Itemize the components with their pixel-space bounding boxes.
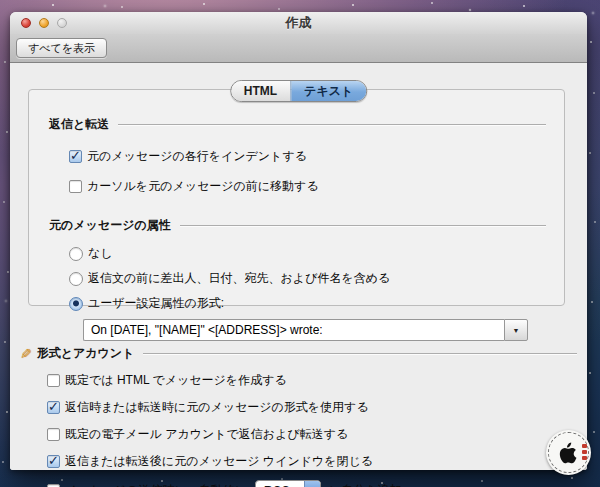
checkbox-label: 既定では HTML でメッセージを作成する	[65, 372, 287, 389]
section-title-format-accounts: 形式とアカウント	[37, 345, 135, 362]
section-title-reply-forward: 返信と転送	[49, 116, 109, 133]
radio-custom-attribution-format[interactable]	[69, 297, 83, 311]
popup-selected-value: BCC	[256, 484, 304, 487]
zoom-button[interactable]	[57, 18, 67, 28]
checkbox-use-original-format-reply-forward[interactable]: ✓	[47, 401, 60, 414]
up-down-arrows-icon: ▲▼	[304, 481, 320, 487]
checkbox-close-original-window[interactable]: ✓	[47, 455, 60, 468]
compose-pencil-icon: ✎	[20, 346, 32, 362]
checkbox-label: 返信または転送後に元のメッセージ ウインドウを閉じる	[65, 453, 373, 470]
checkbox-indent-original-message[interactable]: ✓	[69, 150, 82, 163]
window-title: 作成	[10, 12, 587, 34]
content-area: HTML テキスト 返信と転送 ✓ 元のメッセージの各行をインデントする カーソ…	[10, 63, 587, 470]
checkbox-label: 返信時または転送時に元のメッセージの形式を使用する	[65, 399, 369, 416]
checkbox-label: 元のメッセージの各行をインデントする	[87, 148, 307, 165]
radio-none[interactable]	[69, 247, 83, 261]
radio-label: ユーザー設定属性の形式:	[88, 295, 224, 312]
tab-html[interactable]: HTML	[231, 81, 290, 101]
red-seal-marks	[582, 444, 587, 460]
checkbox-label: 既定の電子メール アカウントで返信および転送する	[65, 426, 348, 443]
toolbar: すべてを表示	[10, 34, 587, 63]
checkbox-move-cursor-before-message[interactable]	[69, 180, 82, 193]
compose-preferences-window: 作成 すべてを表示 HTML テキスト 返信と転送 ✓ 元のメッセージの各行をイ…	[10, 12, 587, 470]
section-divider	[143, 353, 577, 354]
attribution-format-combobox[interactable]: On [DATE], "[NAME]" <[ADDRESS]> wrote: ▼	[83, 319, 528, 341]
checkbox-reply-forward-default-account[interactable]	[47, 428, 60, 441]
format-tab-control: HTML テキスト	[230, 80, 367, 102]
minimize-button[interactable]	[39, 18, 49, 28]
tab-text[interactable]: テキスト	[290, 81, 366, 101]
text-settings-pane: 返信と転送 ✓ 元のメッセージの各行をインデントする カーソルを元のメッセージの…	[28, 89, 565, 306]
stars-decoration	[0, 0, 2, 2]
chevron-down-icon: ▼	[513, 327, 520, 334]
combobox-value[interactable]: On [DATE], "[NAME]" <[ADDRESS]> wrote:	[83, 319, 504, 341]
checkbox-label: カーソルを元のメッセージの前に移動する	[87, 178, 319, 195]
radio-label: なし	[88, 245, 113, 262]
section-divider	[180, 225, 546, 226]
titlebar[interactable]: 作成	[10, 12, 587, 34]
section-divider	[118, 124, 546, 125]
check-icon: ✓	[70, 148, 81, 163]
desktop-background: 作成 すべてを表示 HTML テキスト 返信と転送 ✓ 元のメッセージの各行をイ…	[0, 0, 600, 487]
section-title-original-attribution: 元のメッセージの属性	[49, 217, 171, 234]
bcc-cc-popup-button[interactable]: BCC ▲▼	[255, 480, 321, 487]
checkbox-label-after: に自分を追加	[329, 482, 402, 487]
apple-stamp-watermark	[546, 430, 591, 475]
show-all-button[interactable]: すべてを表示	[16, 38, 107, 58]
checkbox-label-before: メッセージの送信時に、自動的に	[65, 482, 247, 487]
combobox-dropdown-button[interactable]: ▼	[504, 319, 528, 341]
check-icon: ✓	[48, 399, 59, 414]
close-button[interactable]	[21, 18, 31, 28]
traffic-lights	[21, 18, 67, 28]
checkbox-compose-html-default[interactable]	[47, 374, 60, 387]
radio-include-sender-date-to-subject[interactable]	[69, 272, 83, 286]
check-icon: ✓	[48, 453, 59, 468]
format-accounts-section: ✎ 形式とアカウント 既定では HTML でメッセージを作成する ✓ 返信時また…	[20, 345, 577, 487]
radio-label: 返信文の前に差出人、日付、宛先、および件名を含める	[88, 270, 390, 287]
